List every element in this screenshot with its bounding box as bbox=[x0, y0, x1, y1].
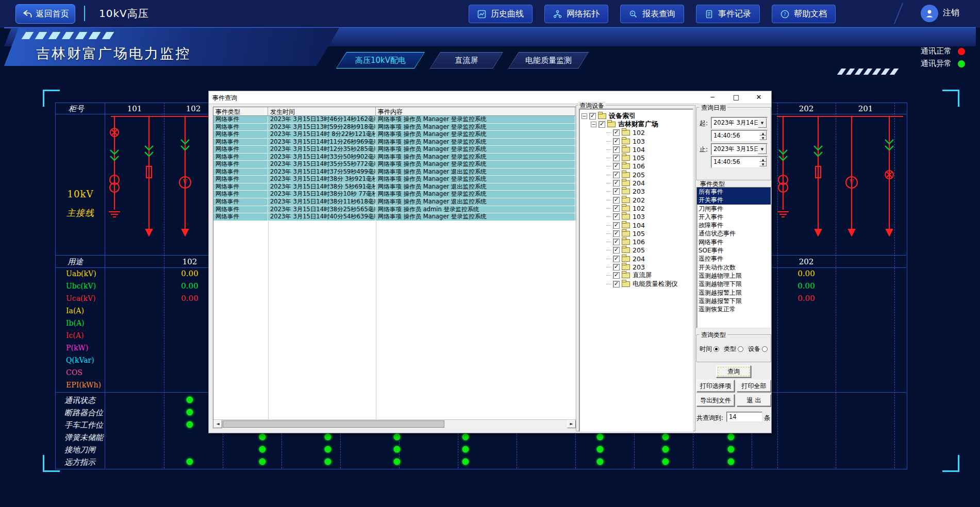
date-to-picker[interactable]: 2023年 3月15日 ▼ bbox=[711, 143, 768, 155]
checkbox-checked-icon[interactable] bbox=[613, 146, 620, 153]
tree-item-104[interactable]: 104 bbox=[579, 221, 693, 229]
result-count-field[interactable]: 14 bbox=[726, 412, 762, 422]
radio-selected-icon[interactable] bbox=[713, 346, 719, 352]
checkbox-checked-icon[interactable] bbox=[613, 239, 620, 245]
print-all-button[interactable]: 打印全部 bbox=[737, 380, 771, 392]
event-type-item-刀闸事件[interactable]: 刀闸事件 bbox=[697, 205, 771, 213]
nav-button-帮助文档[interactable]: ?帮助文档 bbox=[772, 5, 836, 23]
scroll-left-icon[interactable]: ◄ bbox=[213, 420, 222, 428]
minimize-icon[interactable]: ─ bbox=[707, 92, 718, 103]
checkbox-checked-icon[interactable] bbox=[589, 113, 596, 120]
tree-item-102[interactable]: 102 bbox=[579, 204, 693, 212]
tree-item-104[interactable]: 104 bbox=[579, 145, 693, 154]
spin-down-icon[interactable]: ▼ bbox=[759, 162, 767, 166]
checkbox-checked-icon[interactable] bbox=[613, 272, 620, 279]
table-row[interactable]: 网络事件2023年 3月15日14时38分25秒565毫秒网络事项 操作员 ad… bbox=[213, 206, 576, 214]
tree-item-106[interactable]: 106 bbox=[579, 238, 693, 246]
tab-高压10kV配电[interactable]: 高压10kV配电 bbox=[336, 52, 425, 69]
exit-button[interactable]: 退 出 bbox=[737, 394, 771, 407]
checkbox-checked-icon[interactable] bbox=[613, 155, 620, 161]
checkbox-checked-icon[interactable] bbox=[613, 256, 620, 262]
table-row[interactable]: 网络事件2023年 3月15日14时11分26秒969毫秒网络事项 操作员 Ma… bbox=[213, 139, 576, 146]
tree-item-204[interactable]: 204 bbox=[579, 255, 693, 263]
query-button[interactable]: 查询 bbox=[716, 365, 751, 378]
column-header-事件内容[interactable]: 事件内容 bbox=[376, 107, 575, 116]
event-type-item-遥测恢复正常[interactable]: 遥测恢复正常 bbox=[697, 305, 771, 313]
event-type-item-所有事件[interactable]: 所有事件 bbox=[697, 188, 771, 196]
event-type-item-SOE事件[interactable]: SOE事件 bbox=[697, 246, 771, 255]
tab-直流屏[interactable]: 直流屏 bbox=[430, 52, 503, 69]
dialog-titlebar[interactable]: 事件查询 ─ □ ✕ bbox=[209, 91, 771, 104]
event-type-item-遥控事件[interactable]: 遥控事件 bbox=[697, 255, 771, 263]
tree-item-106[interactable]: 106 bbox=[579, 162, 693, 171]
back-home-button[interactable]: 返回首页 bbox=[15, 4, 75, 24]
event-type-item-故障事件[interactable]: 故障事件 bbox=[697, 221, 771, 229]
column-header-事件类型[interactable]: 事件类型 bbox=[213, 107, 268, 116]
nav-button-网络拓扑[interactable]: 网络拓扑 bbox=[544, 5, 608, 23]
spin-down-icon[interactable]: ▼ bbox=[759, 136, 767, 140]
table-row[interactable]: 网络事件2023年 3月15日14时38分11秒618毫秒网络事项 操作员 Ma… bbox=[213, 198, 576, 206]
spin-up-icon[interactable]: ▲ bbox=[759, 131, 767, 136]
event-type-item-开关动作次数[interactable]: 开关动作次数 bbox=[697, 263, 771, 272]
checkbox-checked-icon[interactable] bbox=[613, 281, 620, 288]
tree-item-103[interactable]: 103 bbox=[579, 137, 693, 145]
table-row[interactable]: 网络事件2023年 3月15日14时33分50秒902毫秒网络事项 操作员 Ma… bbox=[213, 154, 576, 161]
table-row[interactable]: 网络事件2023年 3月15日14时38分 3秒921毫秒网络事项 操作员 Ma… bbox=[213, 176, 576, 183]
table-row[interactable]: 网络事件2023年 3月15日14时35分55秒772毫秒网络事项 操作员 Ma… bbox=[213, 161, 576, 168]
radio-icon[interactable] bbox=[738, 346, 743, 352]
tree-item-105[interactable]: 105 bbox=[579, 154, 693, 162]
close-icon[interactable]: ✕ bbox=[753, 92, 765, 103]
query-type-option-时间[interactable]: 时间 bbox=[700, 345, 719, 353]
tree-item-203[interactable]: 203 bbox=[579, 188, 693, 196]
query-type-option-设备[interactable]: 设备 bbox=[748, 345, 768, 353]
checkbox-checked-icon[interactable] bbox=[613, 205, 620, 212]
chevron-down-icon[interactable]: ▼ bbox=[758, 118, 767, 128]
table-row[interactable]: 网络事件2023年 3月15日14时38分 5秒691毫秒网络事项 操作员 Ma… bbox=[213, 183, 576, 191]
checkbox-checked-icon[interactable] bbox=[613, 129, 620, 136]
scrollbar-thumb[interactable] bbox=[223, 420, 444, 428]
nav-button-事件记录[interactable]: 事件记录 bbox=[696, 5, 760, 23]
spin-up-icon[interactable]: ▲ bbox=[759, 157, 767, 162]
event-type-item-通信状态事件[interactable]: 通信状态事件 bbox=[697, 229, 771, 238]
tree-item-105[interactable]: 105 bbox=[579, 229, 693, 238]
table-row[interactable]: 网络事件2023年 3月15日14时38分10秒 77毫秒网络事项 操作员 Ma… bbox=[213, 191, 576, 198]
event-type-item-遥测越报警上限[interactable]: 遥测越报警上限 bbox=[697, 289, 771, 297]
event-type-item-开关事件[interactable]: 开关事件 bbox=[697, 196, 771, 204]
tree-expander-icon[interactable]: − bbox=[591, 122, 596, 127]
tree-root[interactable]: −设备索引 bbox=[579, 112, 693, 120]
checkbox-checked-icon[interactable] bbox=[613, 180, 620, 187]
radio-icon[interactable] bbox=[762, 346, 768, 352]
query-type-option-类型[interactable]: 类型 bbox=[724, 345, 743, 353]
table-row[interactable]: 网络事件2023年 3月15日13时59分28秒918毫秒网络事项 操作员 Ma… bbox=[213, 124, 576, 131]
tree-item-205[interactable]: 205 bbox=[579, 171, 693, 179]
tree-item-102[interactable]: 102 bbox=[579, 129, 693, 137]
tree-item-103[interactable]: 103 bbox=[579, 213, 693, 221]
table-row[interactable]: 网络事件2023年 3月15日13时46分14秒162毫秒网络事项 操作员 Ma… bbox=[213, 116, 576, 124]
checkbox-checked-icon[interactable] bbox=[613, 213, 620, 220]
tree-item-直流屏[interactable]: 直流屏 bbox=[579, 272, 693, 280]
date-from-picker[interactable]: 2023年 3月14日 ▼ bbox=[711, 117, 768, 129]
checkbox-checked-icon[interactable] bbox=[613, 188, 620, 195]
checkbox-checked-icon[interactable] bbox=[613, 247, 620, 254]
export-file-button[interactable]: 导出到文件 bbox=[696, 394, 735, 407]
table-row[interactable]: 网络事件2023年 3月15日14时 8分22秒121毫秒网络事项 操作员 Ma… bbox=[213, 131, 576, 139]
time-from-spinner[interactable]: 14:40:56 ▲ ▼ bbox=[711, 130, 768, 142]
tree-group[interactable]: −吉林财富广场 bbox=[579, 120, 693, 128]
tree-item-电能质量检测仪[interactable]: 电能质量检测仪 bbox=[579, 280, 693, 288]
user-avatar[interactable] bbox=[921, 5, 938, 22]
checkbox-checked-icon[interactable] bbox=[613, 138, 620, 145]
table-row[interactable]: 网络事件2023年 3月15日14时40分54秒639毫秒网络事项 操作员 Ma… bbox=[213, 213, 576, 221]
checkbox-checked-icon[interactable] bbox=[613, 230, 620, 237]
logout-button[interactable]: 注销 bbox=[943, 8, 959, 19]
time-to-spinner[interactable]: 14:40:56 ▲ ▼ bbox=[711, 156, 768, 168]
checkbox-checked-icon[interactable] bbox=[613, 163, 620, 170]
chevron-down-icon[interactable]: ▼ bbox=[758, 144, 767, 154]
event-type-item-遥测越物理下限[interactable]: 遥测越物理下限 bbox=[697, 280, 771, 288]
checkbox-checked-icon[interactable] bbox=[599, 121, 605, 128]
table-row[interactable]: 网络事件2023年 3月15日14时12分35秒285毫秒网络事项 操作员 Ma… bbox=[213, 146, 576, 154]
tree-item-203[interactable]: 203 bbox=[579, 263, 693, 271]
checkbox-checked-icon[interactable] bbox=[613, 264, 620, 271]
nav-button-报表查询[interactable]: 报表查询 bbox=[620, 5, 684, 23]
print-selected-button[interactable]: 打印选择项 bbox=[696, 380, 735, 392]
maximize-icon[interactable]: □ bbox=[730, 92, 742, 103]
